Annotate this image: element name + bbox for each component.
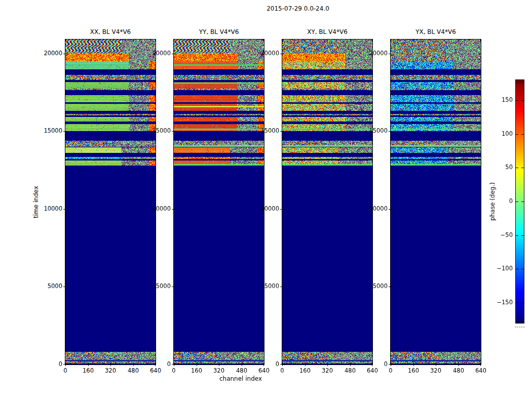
x-tick (219, 364, 219, 366)
x-tick (282, 364, 283, 366)
colorbar-tick (521, 235, 524, 236)
x-tick (65, 364, 66, 366)
colorbar-tick (516, 100, 518, 101)
y-tick-label: 20000 (33, 50, 62, 57)
heatmap-panel-xy (282, 39, 373, 365)
x-tick (436, 364, 436, 366)
x-tick (133, 364, 134, 366)
colorbar-tick-label: 150 (489, 96, 513, 103)
heatmap-panel-xx (65, 39, 156, 365)
x-tick (459, 364, 459, 366)
y-tick-label: 0 (141, 360, 171, 368)
colorbar-tick (516, 303, 518, 303)
y-tick (174, 287, 176, 287)
y-tick (280, 287, 282, 287)
y-tick-label: 15000 (141, 127, 171, 134)
x-tick-label: 160 (78, 367, 98, 374)
y-tick (391, 54, 393, 54)
heatmap-panel-yx (390, 39, 481, 365)
x-tick (174, 39, 174, 42)
x-tick (480, 364, 481, 366)
x-tick (174, 364, 174, 366)
colorbar-tick (516, 168, 518, 168)
x-tick (327, 364, 328, 366)
y-tick-label: 0 (250, 360, 279, 368)
y-tick (63, 364, 65, 364)
y-tick (280, 364, 282, 364)
y-tick (479, 54, 481, 54)
y-tick (174, 364, 176, 364)
x-tick (88, 39, 89, 42)
y-tick-label: 15000 (33, 127, 62, 134)
colorbar-tick (516, 235, 518, 236)
y-tick (479, 287, 481, 287)
y-tick (282, 287, 284, 287)
x-tick (88, 364, 89, 366)
y-tick (389, 131, 391, 132)
x-tick-label: 640 (145, 367, 166, 374)
y-tick (174, 54, 176, 54)
colorbar-tick-label: −150 (489, 299, 513, 306)
y-tick (479, 209, 481, 210)
colorbar-tick (521, 134, 524, 135)
x-tick (242, 364, 242, 366)
x-tick-label: 480 (232, 367, 252, 374)
colorbar-tick (521, 100, 524, 101)
colorbar-tick (521, 168, 524, 168)
y-tick-label: 15000 (358, 127, 388, 134)
x-tick-label: 160 (403, 367, 424, 374)
x-tick (65, 39, 66, 42)
x-tick (391, 364, 391, 366)
y-tick-label: 20000 (250, 50, 279, 57)
y-tick-label: 10000 (250, 205, 279, 212)
x-tick-label: 640 (254, 367, 274, 374)
x-tick-label: 640 (362, 367, 383, 374)
x-tick-label: 160 (295, 367, 315, 374)
x-tick (350, 39, 351, 42)
figure: 2015-07-29 0.0-24.0 XX, BL V4*V601603204… (0, 0, 532, 405)
colorbar-tick (521, 269, 524, 269)
y-tick (65, 54, 67, 54)
x-tick (436, 39, 436, 42)
y-tick (63, 287, 65, 287)
x-tick (197, 39, 197, 42)
y-tick-label: 0 (358, 360, 388, 368)
heatmap-canvas-yx (391, 39, 481, 364)
x-tick (133, 39, 134, 42)
y-tick-label: 5000 (141, 282, 171, 290)
y-tick-label: 0 (33, 360, 62, 368)
x-tick (219, 39, 219, 42)
y-tick (65, 209, 67, 210)
x-tick (480, 39, 481, 42)
y-tick (282, 209, 284, 210)
y-tick (65, 131, 67, 132)
y-tick-label: 10000 (33, 205, 62, 212)
x-tick (305, 364, 306, 366)
colorbar-tick (521, 201, 524, 202)
y-tick (63, 131, 65, 132)
x-tick (350, 364, 351, 366)
y-tick (391, 131, 393, 132)
x-tick (242, 39, 242, 42)
y-tick (65, 364, 67, 364)
y-tick (280, 131, 282, 132)
heatmap-canvas-xx (65, 39, 156, 364)
x-tick-label: 480 (123, 367, 143, 374)
x-tick-label: 320 (426, 367, 446, 374)
y-tick (174, 209, 176, 210)
y-tick (65, 287, 67, 287)
x-tick (391, 39, 391, 42)
y-tick (172, 364, 174, 364)
colorbar-tick (516, 201, 518, 202)
y-tick (389, 54, 391, 54)
y-tick (280, 209, 282, 210)
x-tick-label: 320 (317, 367, 337, 374)
colorbar-tick (516, 134, 518, 135)
x-tick (263, 39, 264, 42)
y-tick (389, 287, 391, 287)
heatmap-panel-yy (173, 39, 264, 365)
y-tick-label: 20000 (358, 50, 388, 57)
y-tick (479, 364, 481, 364)
colorbar-label: phase (deg.) (489, 176, 496, 227)
y-tick (172, 131, 174, 132)
